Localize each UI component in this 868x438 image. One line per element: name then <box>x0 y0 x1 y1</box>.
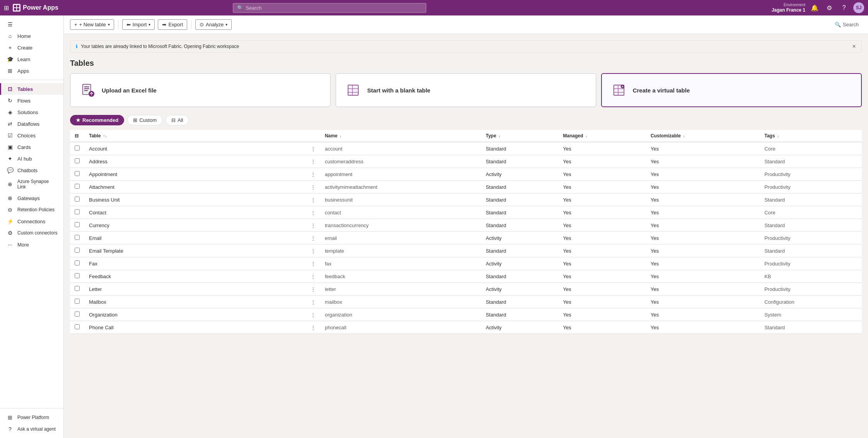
row-checkbox[interactable] <box>75 235 80 240</box>
row-checkbox[interactable] <box>75 311 80 317</box>
row-checkbox[interactable] <box>75 171 80 176</box>
blank-table-card[interactable]: Start with a blank table <box>335 73 596 107</box>
row-dots[interactable]: ⋮ <box>306 206 320 219</box>
row-check[interactable] <box>70 181 84 193</box>
settings-icon[interactable]: ⚙ <box>824 2 835 13</box>
sidebar-item-chatbots[interactable]: 💬 Chatbots <box>0 164 63 176</box>
row-checkbox[interactable] <box>75 197 80 202</box>
notif-close-button[interactable]: ✕ <box>852 44 856 49</box>
row-check[interactable] <box>70 232 84 245</box>
avatar[interactable]: SJ <box>853 2 864 13</box>
sidebar-item-ask-agent[interactable]: ? Ask a virtual agent <box>0 423 63 435</box>
table-row[interactable]: Account ⋮ account Standard Yes Yes Core <box>70 142 862 155</box>
row-checkbox[interactable] <box>75 248 80 253</box>
row-check[interactable] <box>70 193 84 206</box>
table-row[interactable]: Phone Call ⋮ phonecall Activity Yes Yes … <box>70 321 862 334</box>
tab-custom[interactable]: ⊞ Custom <box>127 115 162 125</box>
row-dots[interactable]: ⋮ <box>306 283 320 296</box>
col-header-check[interactable]: ⊟ <box>70 130 84 142</box>
sidebar-item-cards[interactable]: ▣ Cards <box>0 141 63 153</box>
row-check[interactable] <box>70 257 84 270</box>
row-checkbox[interactable] <box>75 273 80 278</box>
row-check[interactable] <box>70 308 84 321</box>
table-row[interactable]: Address ⋮ customeraddress Standard Yes Y… <box>70 155 862 168</box>
row-check[interactable] <box>70 206 84 219</box>
row-check[interactable] <box>70 142 84 155</box>
sidebar-item-more[interactable]: ··· More <box>0 239 63 250</box>
table-row[interactable]: Email Template ⋮ template Standard Yes Y… <box>70 245 862 257</box>
table-search[interactable]: 🔍 Search <box>832 20 862 29</box>
tab-recommended[interactable]: ★ Recommended <box>70 115 124 125</box>
row-dots[interactable]: ⋮ <box>306 308 320 321</box>
sidebar-item-gateways[interactable]: ⊗ Gateways <box>0 192 63 204</box>
help-icon[interactable]: ? <box>839 2 849 13</box>
row-check[interactable] <box>70 296 84 308</box>
tab-all[interactable]: ⊟ All <box>166 115 189 125</box>
row-dots[interactable]: ⋮ <box>306 155 320 168</box>
sidebar-item-connections[interactable]: ⚡ Connections <box>0 216 63 227</box>
col-header-table[interactable]: Table ↑↓ <box>84 130 306 142</box>
sidebar-item-flows[interactable]: ↻ Flows <box>0 95 63 106</box>
row-checkbox[interactable] <box>75 209 80 214</box>
col-header-customizable[interactable]: Customizable ↓ <box>646 130 760 142</box>
table-row[interactable]: Fax ⋮ fax Activity Yes Yes Productivity <box>70 257 862 270</box>
table-row[interactable]: Mailbox ⋮ mailbox Standard Yes Yes Confi… <box>70 296 862 308</box>
sidebar-item-choices[interactable]: ☑ Choices <box>0 130 63 141</box>
row-check[interactable] <box>70 219 84 232</box>
row-dots[interactable]: ⋮ <box>306 232 320 245</box>
table-row[interactable]: Letter ⋮ letter Activity Yes Yes Product… <box>70 283 862 296</box>
row-dots[interactable]: ⋮ <box>306 219 320 232</box>
row-dots[interactable]: ⋮ <box>306 245 320 257</box>
row-checkbox[interactable] <box>75 222 80 227</box>
sidebar-item-tables[interactable]: ⊡ Tables <box>0 83 63 95</box>
row-check[interactable] <box>70 245 84 257</box>
col-header-tags[interactable]: Tags ↓ <box>760 130 862 142</box>
table-row[interactable]: Attachment ⋮ activitymimeattachment Stan… <box>70 181 862 193</box>
new-table-button[interactable]: + + New table ▾ <box>70 19 114 30</box>
row-check[interactable] <box>70 168 84 181</box>
row-dots[interactable]: ⋮ <box>306 168 320 181</box>
sidebar-item-home[interactable]: ⌂ Home <box>0 30 63 42</box>
sidebar-item-power-platform[interactable]: ⊞ Power Platform <box>0 412 63 423</box>
table-row[interactable]: Feedback ⋮ feedback Standard Yes Yes KB <box>70 270 862 283</box>
sidebar-item-dataflows[interactable]: ⇄ Dataflows <box>0 118 63 130</box>
sidebar-item-learn[interactable]: 🎓 Learn <box>0 53 63 65</box>
col-header-type[interactable]: Type ↓ <box>481 130 559 142</box>
row-checkbox[interactable] <box>75 260 80 265</box>
upload-excel-card[interactable]: Upload an Excel file <box>70 73 331 107</box>
search-input[interactable] <box>246 5 422 11</box>
export-button[interactable]: ➡ Export <box>158 19 187 30</box>
row-check[interactable] <box>70 155 84 168</box>
row-dots[interactable]: ⋮ <box>306 321 320 334</box>
sidebar-collapse[interactable]: ☰ <box>0 19 63 30</box>
topbar-search[interactable]: 🔍 <box>233 3 426 13</box>
grid-icon[interactable]: ⊞ <box>4 4 9 12</box>
virtual-table-card[interactable]: Create a virtual table <box>601 73 862 107</box>
row-check[interactable] <box>70 283 84 296</box>
sidebar-item-apps[interactable]: ⊞ Apps <box>0 65 63 77</box>
row-checkbox[interactable] <box>75 184 80 189</box>
table-row[interactable]: Business Unit ⋮ businessunit Standard Ye… <box>70 193 862 206</box>
row-checkbox[interactable] <box>75 324 80 329</box>
notifications-icon[interactable]: 🔔 <box>809 2 820 13</box>
row-dots[interactable]: ⋮ <box>306 193 320 206</box>
table-row[interactable]: Appointment ⋮ appointment Activity Yes Y… <box>70 168 862 181</box>
sidebar-item-retention[interactable]: ⊖ Retention Policies <box>0 204 63 216</box>
row-checkbox[interactable] <box>75 286 80 291</box>
row-dots[interactable]: ⋮ <box>306 296 320 308</box>
analyze-button[interactable]: ⊙ Analyze ▾ <box>195 19 232 30</box>
row-check[interactable] <box>70 321 84 334</box>
row-dots[interactable]: ⋮ <box>306 181 320 193</box>
sidebar-item-azure[interactable]: ⊕ Azure Synapse Link <box>0 176 63 192</box>
sidebar-item-aihub[interactable]: ✦ AI hub <box>0 153 63 164</box>
sidebar-item-create[interactable]: + Create <box>0 42 63 53</box>
table-row[interactable]: Organization ⋮ organization Standard Yes… <box>70 308 862 321</box>
row-dots[interactable]: ⋮ <box>306 270 320 283</box>
row-dots[interactable]: ⋮ <box>306 257 320 270</box>
import-button[interactable]: ⬅ Import ▾ <box>122 19 155 30</box>
table-row[interactable]: Currency ⋮ transactioncurrency Standard … <box>70 219 862 232</box>
row-checkbox[interactable] <box>75 145 80 151</box>
row-checkbox[interactable] <box>75 299 80 304</box>
row-checkbox[interactable] <box>75 158 80 163</box>
col-header-name[interactable]: Name ↓ <box>320 130 481 142</box>
